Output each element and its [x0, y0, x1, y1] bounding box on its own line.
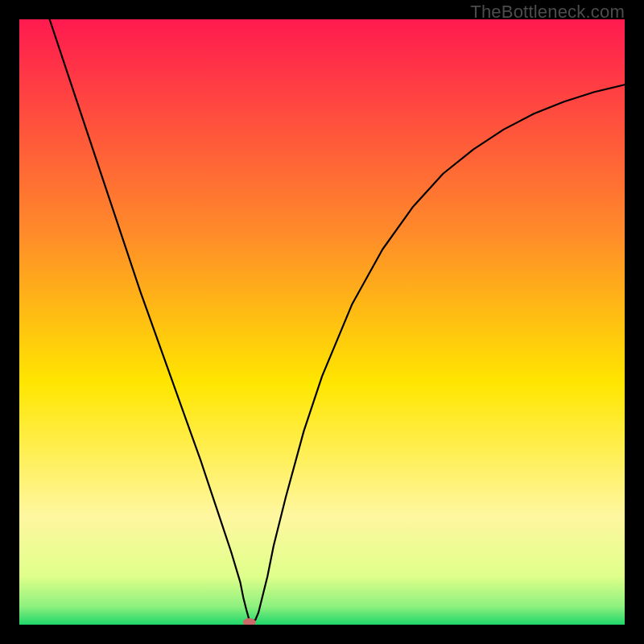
plot-area — [19, 19, 625, 625]
gradient-background — [19, 19, 625, 625]
chart-frame: TheBottleneck.com — [0, 0, 644, 644]
chart-svg — [19, 19, 625, 625]
